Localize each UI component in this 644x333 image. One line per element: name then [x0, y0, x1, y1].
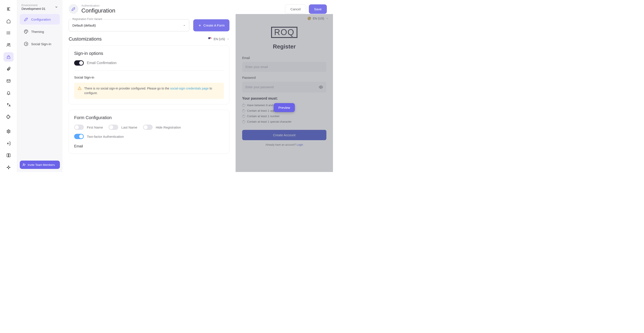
- customizations-heading: Customizations: [69, 36, 102, 42]
- chevron-down-icon: [227, 38, 230, 40]
- variant-label: Registration Form Variant: [71, 18, 103, 20]
- home-icon[interactable]: [4, 16, 14, 26]
- preview-panel: EN (US) ROQ Register Email Enter your em…: [236, 14, 333, 172]
- page-title: Configuration: [82, 7, 116, 14]
- invite-team-button[interactable]: Invite Team Members: [20, 160, 60, 169]
- logout-icon[interactable]: [4, 139, 14, 148]
- lock-icon[interactable]: [4, 52, 14, 62]
- palette-icon: [24, 29, 28, 34]
- svg-point-3: [7, 32, 7, 32]
- svg-point-5: [7, 34, 7, 34]
- content-left: Registration Form Variant Default (defau…: [62, 14, 236, 172]
- svg-point-7: [9, 44, 10, 44]
- email-section-heading: Email: [74, 144, 224, 148]
- user-plus-icon: [22, 163, 26, 166]
- sidebar-item-social[interactable]: Social Sign-in: [20, 38, 60, 49]
- sidebar: Environment Development 01 Configuration…: [17, 0, 62, 172]
- svg-rect-13: [6, 167, 8, 168]
- hide-registration-label: Hide Registration: [156, 126, 181, 129]
- translate-icon[interactable]: [4, 100, 14, 110]
- wrench-icon: [24, 17, 28, 22]
- locale-selector[interactable]: EN (US): [208, 37, 230, 41]
- plus-icon: [198, 24, 202, 27]
- hide-registration-toggle[interactable]: [143, 124, 153, 130]
- form-config-heading: Form Configuration: [74, 115, 224, 120]
- preview-button[interactable]: Preview: [274, 103, 295, 112]
- sidebar-item-label: Configuration: [31, 18, 51, 21]
- first-name-label: First Name: [87, 126, 103, 129]
- environment-name: Development 01: [22, 7, 46, 10]
- sidebar-item-label: Social Sign-in: [31, 42, 51, 46]
- last-name-label: Last Name: [121, 126, 137, 129]
- svg-point-15: [25, 31, 26, 32]
- main: Authentication Configuration Cancel Save…: [62, 0, 333, 172]
- create-form-button[interactable]: Create A Form: [193, 19, 230, 31]
- svg-point-17: [27, 31, 27, 31]
- last-name-toggle[interactable]: [108, 124, 118, 130]
- us-flag-icon: [208, 37, 212, 41]
- variant-select[interactable]: Default (default): [69, 19, 189, 31]
- settings-icon[interactable]: [4, 127, 14, 136]
- environment-selector[interactable]: Environment Development 01: [17, 0, 62, 13]
- sidebar-item-theming[interactable]: Theming: [20, 26, 60, 37]
- attachment-icon[interactable]: [4, 64, 14, 74]
- icon-rail: [0, 0, 17, 172]
- users-icon[interactable]: [4, 40, 14, 50]
- social-signin-heading: Social Sign-in: [74, 76, 224, 79]
- twofa-label: Two-factor Authentication: [87, 135, 124, 138]
- menu-collapse-icon[interactable]: [4, 4, 14, 14]
- svg-point-6: [7, 44, 9, 45]
- locale-label: EN (US): [214, 37, 225, 41]
- email-confirmation-toggle[interactable]: [74, 60, 84, 66]
- svg-rect-8: [7, 57, 10, 58]
- social-credentials-link[interactable]: social-sigin credentials page: [170, 87, 208, 90]
- first-name-toggle[interactable]: [74, 124, 84, 130]
- caret-down-icon: [183, 24, 186, 27]
- svg-point-4: [7, 33, 7, 33]
- twofa-toggle[interactable]: [74, 134, 84, 139]
- mail-icon[interactable]: [4, 76, 14, 86]
- social-alert: There is no social sign-in provider conf…: [74, 83, 224, 99]
- save-button[interactable]: Save: [309, 4, 327, 14]
- chevron-down-icon: [54, 5, 58, 9]
- variant-value: Default (default): [72, 24, 96, 27]
- svg-rect-11: [8, 166, 9, 167]
- environment-label: Environment: [22, 4, 46, 7]
- list-icon[interactable]: [4, 28, 14, 38]
- invite-label: Invite Team Members: [28, 163, 55, 166]
- svg-rect-12: [8, 168, 9, 169]
- book-icon[interactable]: [4, 151, 14, 160]
- puzzle-icon[interactable]: [4, 112, 14, 122]
- slack-icon[interactable]: [4, 163, 14, 172]
- bell-icon[interactable]: [4, 88, 14, 98]
- svg-point-10: [8, 131, 9, 132]
- svg-point-16: [26, 30, 26, 31]
- breadcrumb: Authentication: [82, 4, 116, 7]
- page-icon: [69, 4, 78, 14]
- signin-options-card: Sign-in options Email Confirmation Socia…: [69, 46, 230, 104]
- topbar: Authentication Configuration Cancel Save: [62, 0, 333, 14]
- sidebar-item-label: Theming: [31, 30, 44, 34]
- cancel-button[interactable]: Cancel: [285, 4, 306, 14]
- svg-rect-14: [9, 167, 10, 168]
- create-form-label: Create A Form: [203, 24, 224, 27]
- login-icon: [24, 42, 28, 46]
- sidebar-item-configuration[interactable]: Configuration: [20, 14, 60, 24]
- alert-text-pre: There is no social sign-in provider conf…: [84, 87, 170, 90]
- signin-options-heading: Sign-in options: [74, 51, 224, 56]
- email-confirmation-label: Email Confirmation: [87, 61, 116, 65]
- form-config-card: Form Configuration First Name Last Name …: [69, 110, 230, 154]
- warning-icon: [78, 86, 82, 96]
- divider: [74, 70, 224, 71]
- preview-overlay: [236, 14, 333, 172]
- svg-point-19: [23, 164, 24, 165]
